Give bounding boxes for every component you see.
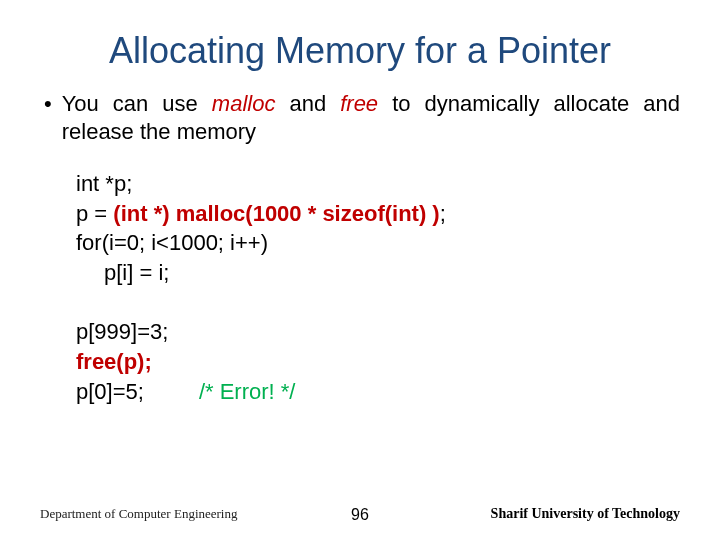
code-block: int *p; p = (int *) malloc(1000 * sizeof… bbox=[76, 169, 680, 407]
slide-number: 96 bbox=[351, 506, 369, 524]
slide-title: Allocating Memory for a Pointer bbox=[40, 30, 680, 72]
code-comment: /* Error! */ bbox=[199, 379, 296, 404]
bullet-text: You can use malloc and free to dynamical… bbox=[62, 90, 680, 145]
code-line: int *p; bbox=[76, 169, 680, 199]
code-text: p = bbox=[76, 201, 113, 226]
keyword-free: free bbox=[340, 91, 378, 116]
code-line: p[i] = i; bbox=[104, 258, 680, 288]
text-segment: You can use bbox=[62, 91, 212, 116]
code-line: for(i=0; i<1000; i++) bbox=[76, 228, 680, 258]
code-blank-line bbox=[76, 288, 680, 318]
slide: Allocating Memory for a Pointer • You ca… bbox=[0, 0, 720, 540]
code-text: ; bbox=[440, 201, 446, 226]
code-highlight: (int *) malloc(1000 * sizeof(int) ) bbox=[113, 201, 439, 226]
code-line: p = (int *) malloc(1000 * sizeof(int) ); bbox=[76, 199, 680, 229]
code-line: p[999]=3; bbox=[76, 317, 680, 347]
slide-content: • You can use malloc and free to dynamic… bbox=[40, 90, 680, 407]
code-line: p[0]=5; /* Error! */ bbox=[76, 377, 680, 407]
bullet-dot: • bbox=[44, 90, 52, 118]
text-segment: and bbox=[275, 91, 340, 116]
footer-university: Sharif University of Technology bbox=[491, 506, 680, 522]
code-text: p[0]=5; bbox=[76, 379, 144, 404]
footer-department: Department of Computer Engineering bbox=[40, 506, 237, 522]
bullet-item: • You can use malloc and free to dynamic… bbox=[40, 90, 680, 145]
code-line-free: free(p); bbox=[76, 347, 680, 377]
footer: Department of Computer Engineering 96 Sh… bbox=[40, 506, 680, 522]
keyword-malloc: malloc bbox=[212, 91, 276, 116]
